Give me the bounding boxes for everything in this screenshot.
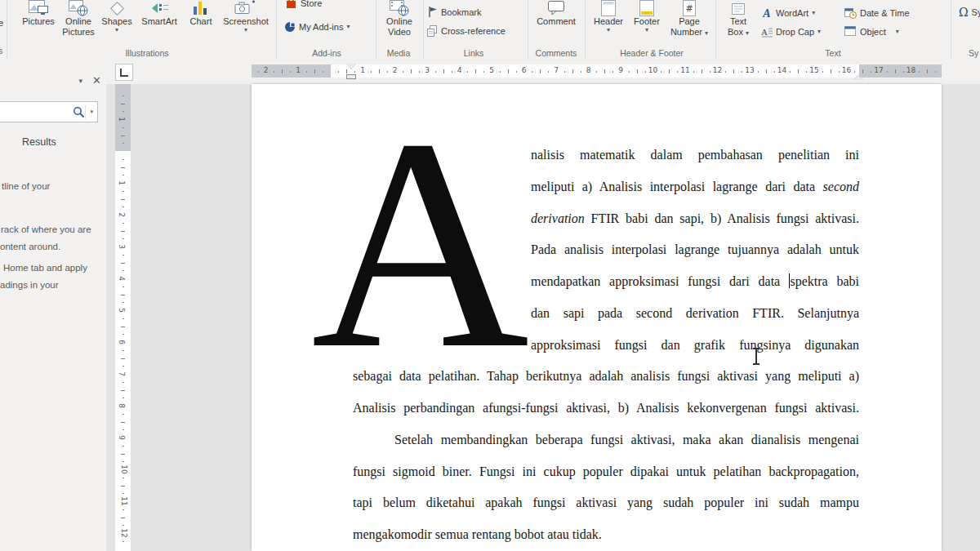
document-line[interactable]: Setelah membandingkan beberapa fungsi ak… (353, 424, 859, 456)
document-line[interactable]: mengakomodir semua rentang bobot atau ti… (353, 519, 859, 551)
ruler-number: 1 (360, 66, 365, 74)
document-text-run: nalisis matematik dalam pembahasan penel… (531, 148, 859, 162)
ruler-number: 1 (118, 117, 126, 122)
ruler-tick (290, 71, 291, 73)
vertical-ruler[interactable]: 1123456789101112 (115, 84, 131, 551)
ruler-tick (467, 71, 468, 73)
ruler-tick (919, 71, 920, 73)
document-text-run: fungsi sigmoid biner. Fungsi ini cukup p… (353, 464, 859, 478)
ribbon: e s Pictures Online Pictures Shapes ▾ (0, 0, 980, 62)
pictures-button[interactable]: Pictures (20, 0, 57, 27)
nav-search-input[interactable]: ▾ (0, 101, 98, 122)
document-text-run: Setelah membandingkan beberapa fungsi ak… (394, 433, 859, 447)
ruler-tick (122, 175, 124, 176)
screenshot-icon (234, 0, 257, 16)
ruler-number: 13 (745, 66, 754, 74)
wordart-button[interactable]: A WordArt ▾ (761, 7, 815, 19)
pane-options-chevron-icon[interactable]: ▾ (79, 77, 83, 85)
document-page[interactable]: A nalisis matematik dalam pembahasan pen… (252, 84, 942, 551)
bookmark-button[interactable]: Bookmark (428, 7, 482, 17)
ruler-tick (122, 159, 124, 160)
my-addins-button[interactable]: My Add-ins ▾ (284, 21, 350, 33)
online-pictures-button[interactable]: Online Pictures (59, 0, 98, 38)
search-options-chevron-icon[interactable]: ▾ (85, 105, 97, 118)
document-line[interactable]: tapi belum diketahui apakah fungsi aktiv… (353, 487, 859, 519)
smartart-button[interactable]: SmartArt (136, 0, 183, 27)
ruler-tick (419, 71, 420, 73)
wordart-icon: A (761, 7, 773, 19)
document-line[interactable]: meliputi a) Analisis interpolasi lagrang… (531, 171, 859, 203)
ruler-tick (387, 71, 388, 73)
header-button[interactable]: Header ▾ (590, 0, 627, 33)
chevron-down-icon: ▾ (746, 29, 749, 37)
smartart-icon (149, 0, 169, 16)
cross-reference-button[interactable]: Cross-reference (426, 25, 506, 37)
ruler-number: 9 (118, 435, 126, 440)
ruler-tick (323, 71, 323, 73)
ruler-tick (122, 143, 124, 144)
ruler-tick (637, 69, 638, 73)
ruler-number: 3 (118, 244, 126, 249)
tab-stop-selector[interactable] (115, 64, 133, 81)
page-number-button[interactable]: # Page Number ▾ (666, 0, 712, 38)
ruler-tick (121, 263, 125, 264)
ruler-number: 7 (554, 66, 559, 74)
shapes-button[interactable]: Shapes ▾ (100, 0, 134, 33)
text-group-label: Text (804, 48, 862, 58)
document-line[interactable]: dan sapi pada second derivation FTIR. Se… (531, 298, 859, 330)
ruler-tick (702, 69, 702, 73)
svg-text:A: A (761, 27, 768, 37)
ruler-number: 10 (120, 464, 128, 473)
symbol-button[interactable]: Ω Sy (959, 6, 980, 19)
object-button[interactable]: Object ▾ (844, 26, 899, 37)
nav-tab-results[interactable]: Results (22, 136, 56, 148)
ruler-number: 4 (457, 66, 462, 74)
ruler-tick (122, 382, 124, 383)
ruler-tick (306, 71, 307, 73)
document-line[interactable]: fungsi sigmoid biner. Fungsi ini cukup p… (353, 456, 859, 488)
comment-button[interactable]: Comment (532, 0, 580, 27)
document-line[interactable]: approksimasi fungsi dan grafik fungsinya… (531, 330, 859, 362)
ruler-number: 6 (118, 340, 126, 344)
ruler-tick (887, 71, 888, 73)
ruler-tick (122, 509, 124, 510)
ruler-number: 2 (393, 66, 398, 74)
document-line[interactable]: derivation FTIR babi dan sapi, b) Analis… (531, 203, 859, 235)
ruler-tick (831, 69, 831, 73)
chevron-down-icon: ▾ (590, 27, 627, 33)
bookmark-flag-icon (428, 7, 438, 17)
document-line[interactable]: nalisis matematik dalam pembahasan penel… (531, 140, 859, 171)
ruler-tick (677, 71, 678, 73)
footer-button[interactable]: Footer ▾ (629, 0, 665, 33)
header-footer-group-label: Header & Footer (611, 48, 693, 58)
illustrations-group-label: Illustrations (106, 48, 188, 58)
screenshot-button[interactable]: Screenshot ▾ (219, 0, 273, 33)
ruler-tick (411, 69, 412, 73)
document-line[interactable]: mendapatkan approksimasi fungsi dari dat… (531, 266, 859, 298)
online-pictures-icon (68, 0, 89, 16)
document-line[interactable]: sebagai data pelatihan. Tahap berikutnya… (353, 361, 859, 393)
tables-button-partial[interactable]: e (0, 18, 3, 28)
date-time-button[interactable]: Date & Time (844, 7, 910, 19)
online-video-button[interactable]: Online Video (379, 0, 420, 38)
ruler-number: 9 (618, 66, 623, 74)
text-box-button[interactable]: Text Box ▾ (720, 0, 756, 38)
document-line[interactable]: Analisis perbandingan afungsi-fungsi akt… (353, 393, 859, 424)
ruler-tick (314, 69, 315, 73)
document-text-run: spektra babi (790, 274, 859, 288)
chart-button[interactable]: Chart (185, 0, 217, 27)
pane-close-icon[interactable]: ✕ (92, 74, 101, 87)
document-line[interactable]: Pada analisis interpolasi lagrange tujua… (531, 234, 859, 266)
ruler-tick (121, 167, 125, 168)
ruler-tick (122, 398, 124, 398)
store-button[interactable]: Store (286, 0, 322, 9)
chart-icon (193, 0, 209, 16)
chevron-down-icon: ▾ (219, 27, 273, 33)
right-indent-marker[interactable] (853, 70, 863, 80)
nav-help-text: rack of where you are (1, 224, 91, 234)
ruler-tick (733, 69, 734, 73)
ruler-number: 5 (489, 66, 494, 74)
drop-cap-button[interactable]: A Drop Cap ▾ (761, 26, 821, 38)
symbols-group-label-partial: Sy (969, 48, 980, 58)
ruler-tick (581, 71, 581, 73)
